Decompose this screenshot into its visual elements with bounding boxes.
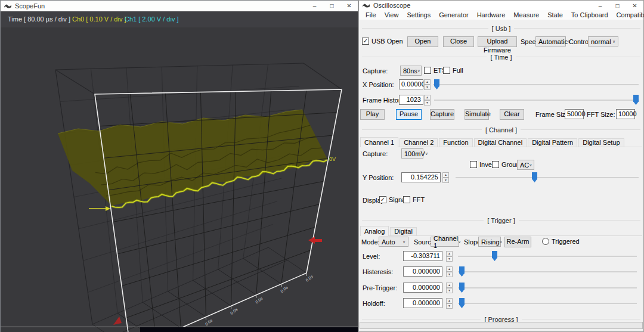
fft-size-input[interactable]: 10000 bbox=[616, 109, 635, 119]
checkbox-box[interactable] bbox=[470, 161, 477, 168]
frame-size-input[interactable]: 50000 bbox=[565, 109, 584, 119]
menu-item-compatibility[interactable]: Compatibility bbox=[612, 11, 644, 20]
menu-item-generator[interactable]: Generator bbox=[435, 11, 473, 20]
slider-thumb[interactable] bbox=[459, 298, 465, 308]
spinner-down-icon[interactable]: ▼ bbox=[424, 85, 431, 90]
slider-thumb[interactable] bbox=[532, 172, 537, 182]
spinner-down-icon[interactable]: ▼ bbox=[446, 272, 453, 277]
channel-tabs: Channel 1 Channel 2 Function Digital Cha… bbox=[360, 137, 642, 147]
ch0-scale: Ch0 [ 0.10 V / div ] bbox=[72, 15, 126, 23]
simulate-button[interactable]: Simulate bbox=[465, 109, 489, 120]
maximize-button[interactable]: □ bbox=[609, 1, 626, 10]
slope-dropdown[interactable]: Rising ∨ bbox=[478, 237, 501, 247]
minimize-button[interactable]: – bbox=[306, 1, 323, 11]
slider-thumb[interactable] bbox=[459, 266, 465, 277]
pre-trigger-slider[interactable] bbox=[458, 283, 637, 293]
slider-thumb[interactable] bbox=[434, 79, 439, 89]
scene-3d-viewport[interactable]: 0.0s0.0s0.0s0.0s0.0s0.0s0.0s 0V bbox=[1, 27, 358, 332]
menu-item-state[interactable]: State bbox=[543, 11, 567, 20]
clear-button[interactable]: Clear bbox=[500, 109, 524, 120]
control-dropdown[interactable]: normal ∨ bbox=[588, 36, 618, 46]
menu-item-hardware[interactable]: Hardware bbox=[473, 11, 510, 20]
holdoff-slider[interactable] bbox=[458, 298, 637, 309]
spinner-up-icon[interactable]: ▲ bbox=[442, 172, 449, 178]
checkbox-box[interactable] bbox=[443, 67, 450, 74]
full-checkbox[interactable]: Full bbox=[443, 67, 463, 74]
tab-digital[interactable]: Digital bbox=[390, 227, 417, 235]
menu-item-settings[interactable]: Settings bbox=[402, 11, 435, 20]
y-position-stepper[interactable]: ▲ ▼ bbox=[442, 172, 449, 183]
spinner-down-icon[interactable]: ▼ bbox=[446, 288, 453, 293]
tab-digital-channel[interactable]: Digital Channel bbox=[474, 138, 527, 147]
open-button[interactable]: Open bbox=[407, 36, 438, 47]
spinner-down-icon[interactable]: ▼ bbox=[424, 100, 431, 106]
spinner-up-icon[interactable]: ▲ bbox=[446, 283, 453, 288]
capture-time-label: Capture: bbox=[363, 67, 388, 75]
y-position-input[interactable]: 0.154225 bbox=[401, 172, 441, 182]
tab-channel-1[interactable]: Channel 1 bbox=[360, 137, 398, 147]
tab-digital-setup[interactable]: Digital Setup bbox=[578, 138, 624, 147]
holdoff-stepper[interactable]: ▲ ▼ bbox=[446, 298, 453, 309]
spinner-down-icon[interactable]: ▼ bbox=[446, 256, 453, 262]
checkbox-box[interactable]: ✓ bbox=[362, 38, 369, 45]
spinner-up-icon[interactable]: ▲ bbox=[446, 298, 453, 303]
pause-button[interactable]: Pause bbox=[396, 109, 422, 120]
spinner-down-icon[interactable]: ▼ bbox=[446, 303, 453, 309]
speed-dropdown[interactable]: Automatic ∨ bbox=[535, 36, 566, 46]
histeresis-slider[interactable] bbox=[458, 266, 637, 277]
pre-trigger-stepper[interactable]: ▲ ▼ bbox=[446, 283, 453, 293]
close-button[interactable]: ✕ bbox=[626, 1, 643, 10]
usb-open-checkbox[interactable]: ✓ USB Open bbox=[362, 38, 403, 45]
pre-trigger-input[interactable]: 0.000000 bbox=[403, 283, 442, 293]
capture-channel-dropdown[interactable]: 100mV ∨ bbox=[401, 148, 423, 159]
maximize-button[interactable]: □ bbox=[323, 1, 340, 11]
tab-channel-2[interactable]: Channel 2 bbox=[400, 138, 438, 147]
capture-button[interactable]: Capture bbox=[430, 109, 454, 120]
histeresis-stepper[interactable]: ▲ ▼ bbox=[446, 266, 453, 277]
menu-item-view[interactable]: View bbox=[380, 11, 403, 20]
spinner-up-icon[interactable]: ▲ bbox=[446, 266, 453, 272]
play-button[interactable]: Play bbox=[360, 109, 385, 120]
checkbox-box[interactable] bbox=[492, 161, 499, 168]
minimize-button[interactable]: – bbox=[592, 1, 609, 10]
checkbox-box[interactable]: ✓ bbox=[379, 196, 386, 203]
y-position-slider[interactable] bbox=[456, 172, 639, 183]
tab-function[interactable]: Function bbox=[439, 138, 472, 147]
menu-item-measure[interactable]: Measure bbox=[509, 11, 543, 20]
spinner-up-icon[interactable]: ▲ bbox=[424, 95, 431, 100]
checkbox-box[interactable] bbox=[403, 196, 410, 203]
capture-time-dropdown[interactable]: 80ns ∨ bbox=[400, 66, 422, 76]
menu-item-to-clipboard[interactable]: To Clipboard bbox=[567, 11, 612, 20]
histeresis-input[interactable]: 0.000000 bbox=[403, 266, 442, 277]
menu-item-file[interactable]: File bbox=[361, 11, 380, 20]
frame-history-stepper[interactable]: ▲ ▼ bbox=[424, 95, 431, 106]
x-position-stepper[interactable]: ▲ ▼ bbox=[424, 79, 431, 90]
source-dropdown[interactable]: Channel 1 ∨ bbox=[431, 237, 459, 247]
tab-analog[interactable]: Analog bbox=[360, 226, 389, 236]
frame-history-input[interactable]: 1023 bbox=[399, 95, 423, 105]
level-input[interactable]: -0.303711 bbox=[403, 251, 442, 261]
coupling-dropdown[interactable]: AC ∨ bbox=[517, 160, 534, 170]
radio-circle[interactable] bbox=[542, 238, 549, 245]
level-stepper[interactable]: ▲ ▼ bbox=[446, 251, 453, 262]
frame-history-slider[interactable] bbox=[434, 95, 639, 106]
upload-firmware-button[interactable]: Upload Firmware bbox=[478, 36, 517, 47]
mode-dropdown[interactable]: Auto ∨ bbox=[379, 237, 408, 247]
slider-thumb[interactable] bbox=[633, 95, 639, 105]
fft-checkbox[interactable]: FFT bbox=[403, 196, 425, 203]
close-usb-button[interactable]: Close bbox=[443, 36, 474, 47]
triggered-radio[interactable]: Triggered bbox=[542, 238, 580, 245]
slider-thumb[interactable] bbox=[492, 251, 497, 261]
close-button[interactable]: ✕ bbox=[340, 1, 358, 11]
spinner-up-icon[interactable]: ▲ bbox=[446, 251, 453, 256]
level-slider[interactable] bbox=[458, 251, 637, 262]
slider-thumb[interactable] bbox=[459, 283, 465, 293]
x-position-input[interactable]: 0.00000 bbox=[399, 79, 423, 89]
x-position-slider[interactable] bbox=[433, 79, 639, 90]
spinner-up-icon[interactable]: ▲ bbox=[424, 79, 431, 85]
spinner-down-icon[interactable]: ▼ bbox=[442, 178, 449, 183]
holdoff-input[interactable]: 0.000000 bbox=[403, 298, 442, 308]
tab-digital-pattern[interactable]: Digital Pattern bbox=[528, 138, 577, 147]
checkbox-box[interactable] bbox=[424, 67, 431, 74]
re-arm-button[interactable]: Re-Arm bbox=[504, 237, 531, 247]
